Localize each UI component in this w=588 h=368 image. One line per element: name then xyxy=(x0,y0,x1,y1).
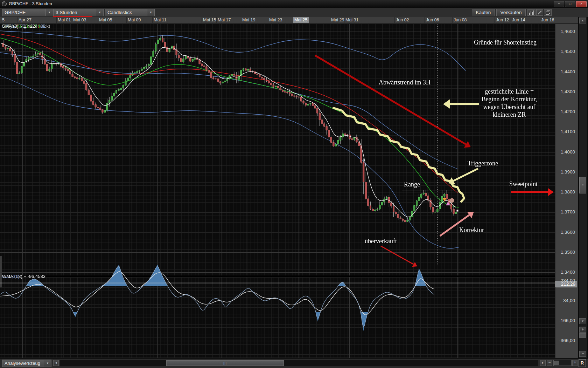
time-tick: Mai 23 xyxy=(268,17,284,23)
time-tick: 5 xyxy=(1,17,6,23)
chevron-down-icon[interactable]: ▼ xyxy=(147,9,155,16)
annotation-triggerzone-note: Triggerzone xyxy=(468,160,498,167)
price-axis-label: 1,4600 xyxy=(557,29,575,34)
sell-button[interactable]: Verkaufen xyxy=(496,9,526,16)
time-tick: Jun 12 xyxy=(495,17,510,23)
cci-axis-label: -366,00 xyxy=(557,338,575,343)
bottom-bar: Analysewerkzeug ▼ ◄ ||| ► − + R xyxy=(0,358,588,368)
maximize-button[interactable]: □ xyxy=(565,1,575,7)
time-tick: Jun 08 xyxy=(452,17,468,23)
vertical-scrollbar: ▲ ≡ ▼ + − xyxy=(578,17,587,358)
price-axis-label: 1,3900 xyxy=(557,169,575,175)
scroll-down-button[interactable]: ▼ xyxy=(579,318,586,324)
app-icon xyxy=(2,1,7,6)
buy-button[interactable]: Kaufen xyxy=(472,9,495,16)
annotation-downtrend-note: Abwärtstrend im 3H xyxy=(379,79,430,86)
price-axis-label: 1,3400 xyxy=(557,270,575,275)
trendline-draw-icon[interactable] xyxy=(536,9,543,16)
chevron-down-icon[interactable]: ▼ xyxy=(46,9,53,16)
time-tick: Mai 01 xyxy=(56,17,72,23)
time-tick: Mai 31 xyxy=(344,17,360,23)
price-axis-label: 1,3700 xyxy=(557,209,575,214)
price-axis-label: 1,4200 xyxy=(557,109,575,114)
charttype-select-value: Candlestick xyxy=(105,9,147,16)
time-tick: Mai 05 xyxy=(98,17,113,23)
timeframe-select-value: 3 Stunden xyxy=(53,9,96,16)
zoom-in-button[interactable]: + xyxy=(579,327,586,333)
time-tick: Mai 09 xyxy=(126,17,142,23)
horizontal-scrollbar[interactable]: ||| xyxy=(59,360,538,367)
scroll-left-button[interactable]: ◄ xyxy=(53,360,59,366)
time-tick: Mai 29 xyxy=(330,17,345,23)
legend-entry: WMA (13) ~ -96,4583 xyxy=(2,274,46,279)
price-axis-label: 1,4500 xyxy=(557,49,575,54)
charttype-select[interactable]: Candlestick ▼ xyxy=(105,9,155,16)
new-window-icon[interactable] xyxy=(544,9,552,16)
hzoom-slider[interactable] xyxy=(553,360,572,366)
hzoom-slider-thumb[interactable] xyxy=(554,361,559,365)
close-button[interactable]: × xyxy=(576,1,587,7)
histogram-icon[interactable] xyxy=(527,9,536,16)
hzoom-in-button[interactable]: + xyxy=(572,360,578,366)
price-axis-label: 1,4000 xyxy=(557,149,575,155)
time-tick: Apr 27 xyxy=(17,17,33,23)
time-tick: Jun 16 xyxy=(540,17,555,23)
time-tick: Jun 02 xyxy=(394,17,410,23)
annotation-oversold-note: überverkauft xyxy=(365,238,397,245)
analysis-tool-value: Analysewerkzeug xyxy=(2,360,44,367)
price-axis-label: 1,4400 xyxy=(557,69,575,74)
chart-plot-area[interactable] xyxy=(0,24,555,358)
trading-app-window: GBP/CHF - 3 Stunden − □ × GBP/CHF ▼ 3 St… xyxy=(0,0,588,368)
chevron-down-icon[interactable]: ▼ xyxy=(44,360,51,367)
price-axis-label: 1,4300 xyxy=(557,89,575,94)
cci-axis-label: -166,00 xyxy=(557,318,575,323)
price-axis[interactable]: 212,29 1,46001,45001,44001,43001,42001,4… xyxy=(555,24,579,358)
price-axis-label: 1,3800 xyxy=(557,189,575,195)
scroll-up-button[interactable]: ▲ xyxy=(579,18,586,23)
time-tick: Mai 03 xyxy=(72,17,88,23)
scroll-right-button[interactable]: ► xyxy=(540,360,546,366)
time-tick: Mai 19 xyxy=(241,17,257,23)
minimize-button[interactable]: − xyxy=(554,1,564,7)
time-tick: Mai 15 xyxy=(202,17,217,23)
symbol-select[interactable]: GBP/CHF ▼ xyxy=(2,9,53,16)
time-tick: Mai 25 xyxy=(293,17,309,23)
horizontal-scrollbar-thumb[interactable]: ||| xyxy=(166,360,284,366)
title-bar: GBP/CHF - 3 Stunden − □ × xyxy=(0,0,588,8)
timeframe-select[interactable]: 3 Stunden ▼ xyxy=(53,9,104,16)
zoom-out-button[interactable]: − xyxy=(579,351,586,357)
chevron-down-icon[interactable]: ▼ xyxy=(96,9,104,16)
cci-axis-label: 234,00 xyxy=(557,278,575,283)
hzoom-out-button[interactable]: − xyxy=(547,360,552,366)
annotation-range-note: Range xyxy=(404,181,420,188)
annotation-korrektur-note: Korrektur xyxy=(459,226,484,234)
price-axis-label: 1,3500 xyxy=(557,250,575,255)
annotation-short-entry-note: Gründe für Shorteinstieg xyxy=(474,39,537,46)
analysis-tool-select[interactable]: Analysewerkzeug ▼ xyxy=(2,360,51,367)
reset-button[interactable]: R xyxy=(579,359,586,367)
legend-entry: SMA (8) ~ 1,4224 xyxy=(2,24,38,29)
vertical-scrollbar-thumb[interactable]: ≡ xyxy=(579,177,586,193)
time-tick: Mai 11 xyxy=(152,17,168,23)
annotation-sweetpoint-note: Sweetpoint xyxy=(509,180,538,188)
cci-axis-label: 34,00 xyxy=(557,298,575,303)
symbol-select-value: GBP/CHF xyxy=(2,9,46,16)
price-axis-label: 1,3600 xyxy=(557,230,575,235)
time-axis[interactable]: 5Apr 27Mai 01Mai 03Mai 05Mai 09Mai 11Mai… xyxy=(0,17,578,24)
time-tick: Jun 14 xyxy=(511,17,526,23)
price-axis-label: 1,4100 xyxy=(557,129,575,134)
zoom-slider-thumb[interactable] xyxy=(579,333,586,338)
window-title: GBP/CHF - 3 Stunden xyxy=(9,1,52,6)
annotation-dashed-line-note: gestrichelte Linie = Beginn der Korrektu… xyxy=(453,88,565,118)
time-tick: Jun 06 xyxy=(425,17,440,23)
time-tick: Mai 17 xyxy=(216,17,232,23)
